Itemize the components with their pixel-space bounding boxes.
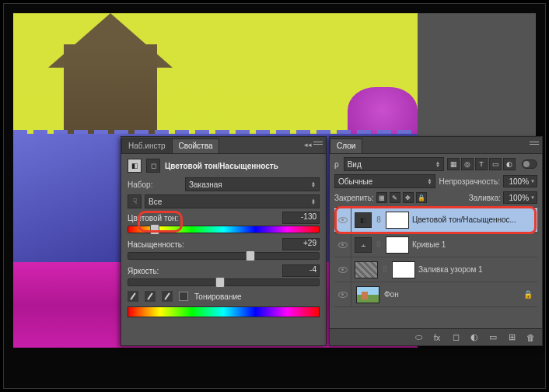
properties-body: ◧ ◻ Цветовой тон/Насыщенность Набор: Зак… [121,154,326,322]
layer-name[interactable]: Кривые 1 [412,240,534,249]
layer-mask-thumb[interactable] [386,236,409,254]
saturation-slider-track[interactable] [128,252,320,260]
layers-blend-row: Обычные ▲▼ Непрозрачность: 100%▼ [334,174,537,188]
lock-pixels-icon[interactable]: ✎ [390,192,400,203]
properties-panel: Наб.инстр Свойства ◂◂ ◧ ◻ Цветовой тон/Н… [121,136,327,346]
panel-menu-icon[interactable] [530,140,539,148]
hue-slider-thumb[interactable] [150,224,159,235]
hue-label: Цветовой тон: [128,214,178,222]
layer-name[interactable]: Заливка узором 1 [418,265,534,274]
lock-transparent-icon[interactable]: ▦ [376,192,387,203]
blend-mode-value: Обычные [338,177,372,186]
tab-properties[interactable]: Свойства [172,138,220,153]
lock-position-icon[interactable]: ✥ [403,192,414,203]
tab-tool-presets[interactable]: Наб.инстр [121,138,173,153]
new-layer-icon[interactable]: ⊞ [505,331,519,344]
saturation-input[interactable]: +29 [282,238,320,250]
new-adjustment-icon[interactable]: ◐ [467,331,481,344]
eyedropper-subtract-icon[interactable] [162,291,173,302]
hue-spectrum-strip [128,306,320,317]
delete-layer-icon[interactable]: 🗑 [523,331,537,344]
colorize-label: Тонирование [194,292,242,301]
visibility-eye-icon[interactable] [338,242,348,248]
visibility-eye-icon[interactable] [338,267,348,273]
layers-body: ρ Вид ▲▼ ▦ ◎ T ▭ ◐ Обычные ▲▼ [330,154,542,310]
saturation-slider-thumb[interactable] [246,250,255,261]
link-layers-icon[interactable]: ⬭ [411,331,425,344]
layer-item-background[interactable]: Фон 🔒 [334,282,537,307]
collapse-icon[interactable]: ◂◂ [304,141,312,149]
filter-toggle[interactable] [522,159,537,169]
saturation-slider-row: Насыщенность: +29 [128,238,320,260]
saturation-label: Насыщенность: [128,240,184,249]
new-group-icon[interactable]: ▭ [486,331,500,344]
eyedropper-add-icon[interactable] [145,291,156,302]
hsl-adjustment-icon: ◧ [355,212,372,228]
link-icon: 8 [375,215,383,224]
preset-row: Набор: Заказная ▲▼ [128,177,320,191]
dropdown-arrows-icon: ▲▼ [435,161,440,167]
filter-pixel-icon[interactable]: ▦ [447,158,460,170]
filter-type-icon[interactable]: T [475,158,488,170]
layers-lock-row: Закрепить: ▦ ✎ ✥ 🔒 Заливка: 100%▼ [334,191,537,204]
adjustment-title: Цветовой тон/Насыщенность [165,162,278,170]
layer-mask-thumb[interactable] [392,261,415,278]
filter-kind-value: Вид [348,160,362,169]
fill-label: Заливка: [469,194,501,202]
layers-filter-row: ρ Вид ▲▼ ▦ ◎ T ▭ ◐ [334,157,537,171]
layer-list: ◧ 8 Цветовой тон/Насыщеннос... ⫠ 8 Кривы… [334,207,537,307]
preset-dropdown[interactable]: Заказная ▲▼ [185,177,320,191]
properties-tabbar: Наб.инстр Свойства ◂◂ [121,137,326,154]
targeted-adjust-icon[interactable]: ☟ [128,194,142,208]
channel-row: ☟ Все ▲▼ [128,194,320,208]
panel-menu-icon[interactable] [313,140,323,148]
visibility-eye-icon[interactable] [338,217,348,223]
lightness-slider-track[interactable] [128,278,320,286]
link-icon: 8 [381,265,389,274]
channel-dropdown[interactable]: Все ▲▼ [145,194,320,208]
opacity-input[interactable]: 100%▼ [503,175,537,187]
dropdown-arrows-icon: ▲▼ [427,178,432,184]
layer-effects-icon[interactable]: fx [430,331,444,344]
lightness-slider-row: Яркость: -4 [128,264,320,286]
filter-type-icons: ▦ ◎ T ▭ ◐ [447,158,516,170]
layer-item-curves[interactable]: ⫠ 8 Кривые 1 [334,233,537,257]
layer-name[interactable]: Цветовой тон/Насыщеннос... [412,215,534,224]
filter-shape-icon[interactable]: ▭ [489,158,502,170]
lock-label: Закрепить: [334,194,374,202]
layer-name[interactable]: Фон [384,290,523,299]
properties-header: ◧ ◻ Цветовой тон/Насыщенность [128,159,320,173]
layers-footer: ⬭ fx ◻ ◐ ▭ ⊞ 🗑 [330,328,542,345]
eyedropper-icon[interactable] [128,291,138,302]
hue-slider-track[interactable] [128,226,320,233]
tab-layers[interactable]: Слои [330,138,362,153]
lightness-slider-thumb[interactable] [215,277,225,288]
layer-item-pattern-fill[interactable]: 8 Заливка узором 1 [334,257,537,282]
fill-input[interactable]: 100%▼ [503,191,537,204]
add-mask-icon[interactable]: ◻ [449,331,463,344]
mask-icon[interactable]: ◻ [146,159,160,173]
preset-label: Набор: [128,180,182,189]
image-thumb [356,286,379,303]
hue-input[interactable]: -130 [282,212,320,224]
channel-value: Все [149,198,162,206]
dropdown-arrows-icon: ▲▼ [311,198,316,205]
adjustment-icon[interactable]: ◧ [128,159,142,173]
filter-adjustment-icon[interactable]: ◎ [461,158,474,170]
lightness-input[interactable]: -4 [282,264,320,277]
filter-smart-icon[interactable]: ◐ [503,158,516,170]
filter-kind-dropdown[interactable]: Вид ▲▼ [344,157,444,171]
link-icon: 8 [375,240,383,249]
opacity-label: Непрозрачность: [439,177,500,186]
visibility-eye-icon[interactable] [338,292,348,298]
colorize-checkbox[interactable] [179,292,188,301]
pattern-fill-thumb [355,261,378,278]
layer-mask-thumb[interactable] [386,212,409,229]
layer-item-hsl[interactable]: ◧ 8 Цветовой тон/Насыщеннос... [334,208,537,233]
preset-value: Заказная [189,180,222,189]
blend-mode-dropdown[interactable]: Обычные ▲▼ [334,174,435,188]
lightness-label: Яркость: [128,267,159,275]
layers-panel: Слои ρ Вид ▲▼ ▦ ◎ T ▭ ◐ [329,136,543,346]
lock-all-icon[interactable]: 🔒 [416,192,427,203]
lock-icon: 🔒 [523,290,533,299]
